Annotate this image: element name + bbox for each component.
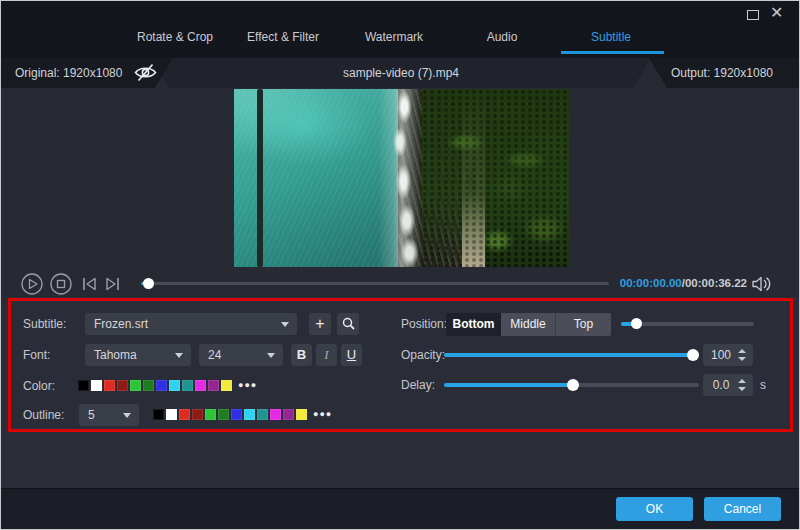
titlebar: Rotate & Crop Effect & Filter Watermark …	[1, 1, 799, 58]
timeline-thumb[interactable]	[143, 278, 154, 289]
position-option-top[interactable]: Top	[556, 313, 611, 336]
forest-top-edge	[422, 89, 569, 267]
subtitle-file-value: Frozen.srt	[94, 317, 148, 331]
color-swatch[interactable]	[166, 409, 177, 420]
close-button[interactable]: ✕	[770, 4, 783, 22]
volume-icon	[752, 276, 772, 292]
font-size-value: 24	[208, 348, 221, 362]
current-time: 00:00:00.00	[620, 277, 682, 289]
color-swatch[interactable]	[143, 380, 154, 391]
delay-unit-label: s	[760, 378, 766, 392]
underline-button[interactable]: U	[341, 344, 362, 366]
subtitle-editor-window: Rotate & Crop Effect & Filter Watermark …	[0, 0, 800, 530]
bold-button[interactable]: B	[291, 344, 312, 366]
spinner-up-icon[interactable]	[738, 379, 746, 383]
subtitle-visibility-toggle[interactable]	[133, 63, 158, 82]
stop-button[interactable]	[50, 273, 72, 299]
color-swatch[interactable]	[231, 409, 242, 420]
color-swatch[interactable]	[130, 380, 141, 391]
spinner-down-icon[interactable]	[738, 387, 746, 391]
subtitle-settings-panel: Subtitle: Frozen.srt + Font: Tahoma 24 B…	[1, 297, 799, 488]
color-swatch[interactable]	[192, 409, 203, 420]
chevron-down-icon	[281, 322, 289, 327]
position-slider-thumb[interactable]	[631, 318, 642, 329]
color-swatch[interactable]	[205, 409, 216, 420]
subtitle-file-select[interactable]: Frozen.srt	[85, 313, 297, 335]
eye-off-icon	[133, 63, 158, 82]
tab-subtitle[interactable]: Subtitle	[591, 30, 631, 44]
video-filename: sample-video (7).mp4	[151, 58, 651, 88]
color-swatch[interactable]	[218, 409, 229, 420]
font-family-select[interactable]: Tahoma	[85, 344, 191, 366]
font-family-value: Tahoma	[94, 348, 137, 362]
color-swatch[interactable]	[257, 409, 268, 420]
opacity-slider-thumb[interactable]	[687, 349, 699, 361]
opacity-slider[interactable]	[444, 353, 698, 357]
opacity-value: 100	[703, 344, 739, 366]
search-icon	[342, 317, 355, 330]
color-swatch[interactable]	[117, 380, 128, 391]
chevron-down-icon	[267, 353, 275, 358]
previous-frame-button[interactable]	[80, 276, 98, 296]
italic-button[interactable]: I	[316, 344, 337, 366]
ok-button[interactable]: OK	[616, 497, 693, 521]
color-swatch[interactable]	[283, 409, 294, 420]
output-resolution-label: Output: 1920x1080	[649, 58, 800, 88]
surf-foam	[378, 89, 422, 267]
color-swatch[interactable]	[91, 380, 102, 391]
next-frame-button[interactable]	[104, 276, 122, 296]
position-segmented-control: Bottom Middle Top	[446, 313, 611, 336]
chevron-down-icon	[123, 413, 131, 418]
total-time: /00:00:36.22	[682, 277, 747, 289]
more-outline-colors-button[interactable]: ●●●	[313, 409, 332, 420]
position-option-middle[interactable]: Middle	[501, 313, 556, 336]
footer-bar: OK Cancel	[1, 488, 799, 530]
delay-value: 0.0	[703, 374, 739, 396]
color-swatch[interactable]	[169, 380, 180, 391]
color-label: Color:	[23, 379, 55, 393]
color-swatch[interactable]	[195, 380, 206, 391]
color-swatch[interactable]	[179, 409, 190, 420]
opacity-spinner[interactable]: 100	[703, 344, 753, 366]
stop-icon	[50, 273, 72, 295]
color-swatch[interactable]	[182, 380, 193, 391]
color-swatch[interactable]	[221, 380, 232, 391]
tab-audio[interactable]: Audio	[487, 30, 518, 44]
tab-effect-filter[interactable]: Effect & Filter	[247, 30, 319, 44]
opacity-label: Opacity:	[401, 348, 445, 362]
play-button[interactable]	[21, 273, 43, 299]
subtitle-label: Subtitle:	[23, 317, 66, 331]
cancel-button[interactable]: Cancel	[704, 497, 781, 521]
position-option-bottom[interactable]: Bottom	[446, 313, 501, 336]
outline-size-select[interactable]: 5	[79, 404, 139, 426]
color-swatch[interactable]	[104, 380, 115, 391]
spinner-up-icon[interactable]	[738, 349, 746, 353]
spinner-down-icon[interactable]	[738, 357, 746, 361]
color-swatch[interactable]	[270, 409, 281, 420]
delay-slider-thumb[interactable]	[567, 379, 579, 391]
volume-button[interactable]	[752, 276, 772, 292]
position-label: Position:	[401, 317, 447, 331]
tab-watermark[interactable]: Watermark	[365, 30, 423, 44]
color-swatch[interactable]	[78, 380, 89, 391]
tab-rotate-crop[interactable]: Rotate & Crop	[137, 30, 213, 44]
timeline-slider[interactable]	[141, 282, 609, 285]
search-subtitle-button[interactable]	[337, 313, 359, 335]
font-label: Font:	[23, 348, 50, 362]
color-swatch[interactable]	[208, 380, 219, 391]
font-size-select[interactable]: 24	[199, 344, 283, 366]
maximize-button[interactable]	[747, 10, 759, 20]
delay-slider-fill	[444, 383, 573, 387]
active-tab-underline	[561, 51, 664, 54]
outline-label: Outline:	[23, 408, 64, 422]
delay-spinner[interactable]: 0.0	[703, 374, 753, 396]
color-swatch[interactable]	[156, 380, 167, 391]
delay-label: Delay:	[401, 378, 435, 392]
more-colors-button[interactable]: ●●●	[238, 380, 257, 391]
color-swatch[interactable]	[296, 409, 307, 420]
color-swatch[interactable]	[153, 409, 164, 420]
timecode: 00:00:00.00/00:00:36.22	[620, 277, 747, 289]
color-swatch[interactable]	[244, 409, 255, 420]
play-icon	[21, 273, 43, 295]
add-subtitle-button[interactable]: +	[309, 313, 331, 335]
